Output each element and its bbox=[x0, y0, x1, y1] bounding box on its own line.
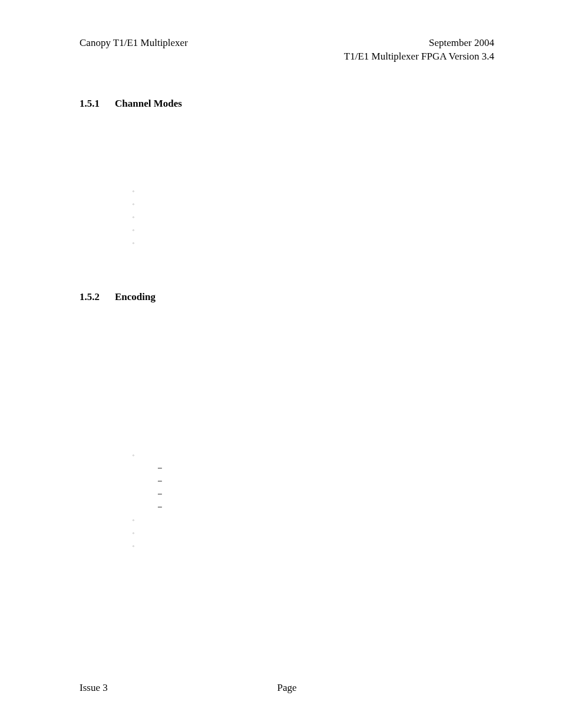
bullet-circle-icon: ◦ bbox=[133, 185, 143, 198]
list-item: ◦ bbox=[133, 514, 494, 527]
list-item: − bbox=[157, 488, 494, 501]
bullet-circle-icon: ◦ bbox=[133, 449, 143, 462]
section-heading: 1.5.2 Encoding bbox=[80, 291, 494, 303]
bullet-circle-icon: ◦ bbox=[133, 198, 143, 211]
list-item: ◦ bbox=[133, 185, 494, 198]
list-item: ◦ bbox=[133, 224, 494, 237]
list-item: ◦ bbox=[133, 198, 494, 211]
bullet-circle-icon: ◦ bbox=[133, 237, 143, 250]
section-number: 1.5.1 bbox=[80, 98, 115, 110]
header-right: September 2004 T1/E1 Multiplexer FPGA Ve… bbox=[344, 37, 494, 64]
section-heading: 1.5.1 Channel Modes bbox=[80, 98, 494, 110]
list-item: ◦ bbox=[133, 527, 494, 540]
footer-page-label: Page bbox=[80, 682, 494, 694]
list-item: ◦ bbox=[133, 237, 494, 250]
bullet-circle-icon: ◦ bbox=[133, 527, 143, 540]
header-date: September 2004 bbox=[344, 37, 494, 50]
bullet-circle-icon: ◦ bbox=[133, 540, 143, 553]
bullet-list: ◦ ◦ ◦ ◦ ◦ bbox=[133, 185, 494, 250]
list-item: − bbox=[157, 501, 494, 514]
bullet-dash-icon: − bbox=[157, 489, 168, 499]
section-number: 1.5.2 bbox=[80, 291, 115, 303]
section-channel-modes: 1.5.1 Channel Modes ◦ ◦ ◦ ◦ ◦ bbox=[80, 98, 494, 250]
section-title: Encoding bbox=[115, 291, 156, 303]
page-footer: Issue 3 Page bbox=[80, 682, 494, 694]
bullet-dash-icon: − bbox=[157, 476, 168, 486]
sub-list: − − − − bbox=[157, 462, 494, 514]
bullet-dash-icon: − bbox=[157, 502, 168, 512]
list-item: − bbox=[157, 462, 494, 475]
bullet-circle-icon: ◦ bbox=[133, 224, 143, 237]
section-title: Channel Modes bbox=[115, 98, 182, 110]
bullet-list: ◦ − − − − ◦ ◦ ◦ bbox=[133, 449, 494, 553]
section-encoding: 1.5.2 Encoding ◦ − − − − ◦ ◦ ◦ bbox=[80, 291, 494, 553]
bullet-circle-icon: ◦ bbox=[133, 514, 143, 527]
list-item: ◦ bbox=[133, 211, 494, 224]
page-header: Canopy T1/E1 Multiplexer September 2004 … bbox=[80, 37, 494, 64]
bullet-dash-icon: − bbox=[157, 463, 168, 473]
header-version: T1/E1 Multiplexer FPGA Version 3.4 bbox=[344, 50, 494, 64]
doc-title: Canopy T1/E1 Multiplexer bbox=[80, 37, 188, 48]
paragraph-placeholder bbox=[80, 331, 494, 449]
bullet-circle-icon: ◦ bbox=[133, 211, 143, 224]
header-left: Canopy T1/E1 Multiplexer bbox=[80, 37, 188, 50]
list-item: ◦ bbox=[133, 449, 494, 462]
page: Canopy T1/E1 Multiplexer September 2004 … bbox=[0, 0, 562, 728]
list-item: − bbox=[157, 475, 494, 488]
paragraph-placeholder bbox=[80, 138, 494, 185]
list-item: ◦ bbox=[133, 540, 494, 553]
